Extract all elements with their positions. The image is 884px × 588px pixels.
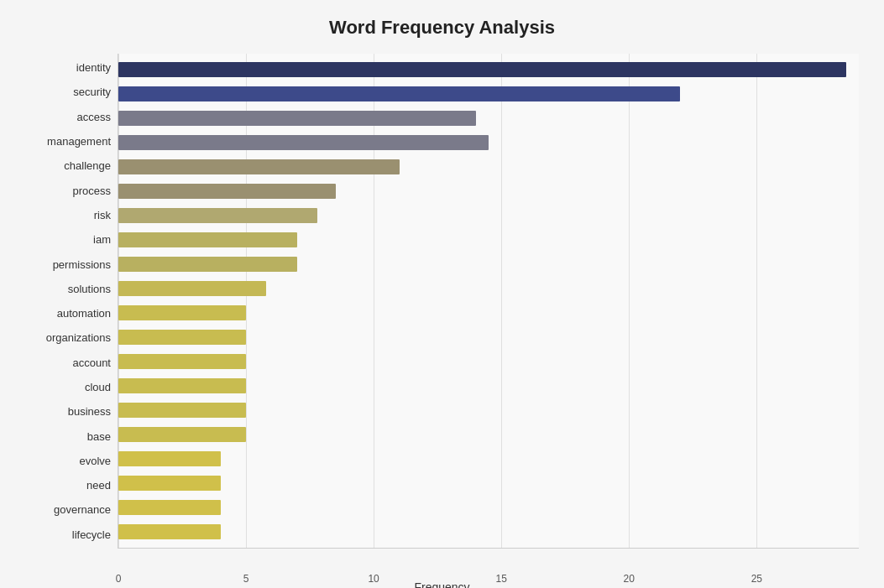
bar-row — [118, 450, 859, 467]
y-label: base — [87, 427, 111, 445]
y-label: business — [68, 403, 111, 421]
bar-row — [118, 110, 859, 127]
bar — [118, 378, 246, 393]
y-label: identity — [76, 59, 111, 77]
y-label: risk — [94, 206, 111, 224]
bar-row — [118, 134, 859, 151]
bar — [118, 257, 297, 272]
bar-row — [118, 402, 859, 419]
bar — [118, 208, 317, 223]
chart-title: Word Frequency Analysis — [25, 17, 859, 39]
bar-row — [118, 329, 859, 346]
y-label: process — [72, 181, 111, 200]
y-label: need — [86, 476, 111, 495]
bar — [118, 330, 246, 345]
bar-row — [118, 353, 859, 370]
bar — [118, 451, 221, 466]
y-label: iam — [93, 231, 111, 249]
y-label: lifecycle — [72, 525, 111, 544]
bar-row — [118, 426, 859, 443]
bar — [118, 427, 246, 442]
x-tick-label: 10 — [368, 573, 379, 585]
bar — [118, 500, 221, 515]
bar-row — [118, 61, 859, 78]
bar — [118, 184, 336, 199]
y-label: access — [77, 107, 111, 126]
bar — [118, 86, 680, 101]
bar — [118, 159, 400, 174]
x-tick-label: 5 — [243, 573, 249, 585]
chart-area: identitysecurityaccessmanagementchalleng… — [25, 54, 859, 549]
bar-row — [118, 523, 859, 540]
y-label: organizations — [46, 329, 111, 347]
bar — [118, 305, 246, 320]
y-label: management — [47, 133, 111, 151]
bar-row — [118, 475, 859, 492]
bar — [118, 476, 221, 491]
y-label: challenge — [64, 157, 111, 175]
bar — [118, 62, 846, 77]
bar — [118, 232, 297, 247]
y-label: security — [73, 83, 111, 101]
y-label: governance — [54, 501, 111, 519]
x-tick-label: 15 — [496, 573, 507, 585]
y-axis-labels: identitysecurityaccessmanagementchalleng… — [25, 54, 118, 549]
y-label: permissions — [53, 255, 111, 273]
x-tick-label: 25 — [751, 573, 762, 585]
bar-row — [118, 256, 859, 273]
y-label: solutions — [68, 279, 111, 298]
y-label: automation — [57, 304, 111, 323]
bar — [118, 281, 266, 296]
bar — [118, 135, 489, 150]
bar — [118, 524, 221, 539]
bar-row — [118, 86, 859, 102]
bar-row — [118, 280, 859, 297]
x-axis-title: Frequency — [25, 580, 859, 588]
y-label: cloud — [85, 378, 111, 397]
bar-row — [118, 207, 859, 224]
chart-container: Word Frequency Analysis identitysecurity… — [0, 0, 884, 588]
bar-row — [118, 499, 859, 516]
bar-row — [118, 159, 859, 175]
bar — [118, 111, 476, 126]
y-label: evolve — [79, 451, 111, 470]
bar — [118, 403, 246, 418]
bar-row — [118, 377, 859, 394]
bars-section: 0510152025 — [118, 54, 859, 549]
bar — [118, 354, 246, 369]
x-tick-label: 0 — [116, 573, 122, 585]
x-tick-label: 20 — [624, 573, 635, 585]
bar-row — [118, 304, 859, 321]
bar-row — [118, 183, 859, 200]
y-label: account — [72, 353, 111, 372]
bar-row — [118, 232, 859, 248]
